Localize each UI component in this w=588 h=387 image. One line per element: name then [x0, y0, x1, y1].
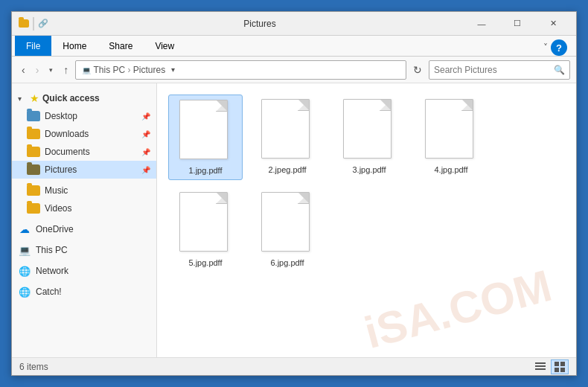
downloads-folder-icon — [27, 128, 40, 140]
svg-rect-5 — [555, 368, 559, 372]
search-input[interactable] — [434, 65, 554, 75]
ribbon-expand-button[interactable]: ˅ — [540, 39, 551, 56]
title-bar-folder-icon — [18, 18, 30, 30]
sidebar-item-music[interactable]: Music — [12, 182, 156, 199]
sidebar-section-quick-access: ▾ ★ Quick access Desktop 📌 Downloads — [12, 89, 156, 179]
desktop-folder-icon — [27, 110, 40, 122]
file-item-5[interactable]: 5.jpg.pdff — [168, 188, 243, 272]
sidebar-item-catch[interactable]: 🌐 Catch! — [12, 283, 156, 301]
sidebar-section-media: Music Videos — [12, 182, 156, 217]
sidebar-item-documents[interactable]: Documents 📌 — [12, 143, 156, 161]
refresh-button[interactable]: ↻ — [409, 63, 426, 77]
file-icon-3 — [343, 99, 395, 162]
file-icon-6 — [261, 192, 313, 255]
quick-access-chevron: ▾ — [18, 95, 27, 103]
file-name-2: 2.jpeg.pdff — [268, 165, 306, 174]
file-item-4[interactable]: 4.jpg.pdff — [414, 95, 488, 180]
address-input[interactable]: 💻 This PC › Pictures ▾ — [75, 60, 406, 80]
view-list-button[interactable] — [531, 359, 549, 374]
sidebar-item-onedrive[interactable]: ☁ OneDrive — [12, 220, 156, 238]
forward-button[interactable]: › — [32, 63, 43, 77]
quick-access-header[interactable]: ▾ ★ Quick access — [12, 89, 156, 107]
view-buttons — [531, 359, 569, 374]
network-icon: 🌐 — [18, 265, 31, 277]
minimize-button[interactable]: — — [464, 13, 499, 34]
recent-button[interactable]: ▾ — [45, 65, 57, 75]
sidebar-item-thispc[interactable]: 💻 This PC — [12, 241, 156, 259]
documents-label: Documents — [45, 147, 137, 157]
sidebar-item-network[interactable]: 🌐 Network — [12, 262, 156, 280]
sidebar: ▾ ★ Quick access Desktop 📌 Downloads — [12, 83, 157, 357]
breadcrumb-sep1: › — [128, 65, 133, 75]
item-count: 6 items — [19, 362, 48, 372]
network-label: Network — [36, 266, 150, 276]
file-item-1[interactable]: 1.jpg.pdff — [168, 95, 243, 180]
tab-file[interactable]: File — [15, 36, 51, 56]
pictures-pin-icon: 📌 — [141, 166, 150, 174]
ribbon-help-area: ˅ ? — [540, 39, 573, 56]
pictures-label: Pictures — [45, 164, 137, 175]
desktop-pin-icon: 📌 — [141, 112, 150, 121]
svg-rect-0 — [535, 362, 546, 364]
file-item-6[interactable]: 6.jpg.pdff — [250, 188, 325, 272]
file-icon-4 — [425, 99, 477, 162]
videos-folder-icon — [27, 202, 40, 214]
folder-icon-small — [19, 19, 29, 28]
svg-rect-1 — [535, 365, 546, 367]
onedrive-icon: ☁ — [18, 223, 31, 235]
file-item-2[interactable]: 2.jpeg.pdff — [250, 95, 325, 180]
file-page-5 — [179, 192, 228, 252]
downloads-pin-icon: 📌 — [141, 130, 150, 138]
sidebar-item-downloads[interactable]: Downloads 📌 — [12, 125, 156, 143]
music-folder-icon — [27, 185, 40, 196]
window-controls: — ☐ ✕ — [464, 13, 570, 34]
view-grid-button[interactable] — [551, 359, 569, 374]
quick-access-label: Quick access — [42, 93, 100, 103]
close-button[interactable]: ✕ — [536, 13, 570, 34]
pictures-folder-icon — [27, 164, 40, 176]
back-button[interactable]: ‹ — [18, 63, 29, 77]
sidebar-item-videos[interactable]: Videos — [12, 199, 156, 217]
quick-access-icon: 🔗 — [37, 18, 49, 30]
address-bar: ‹ › ▾ ↑ 💻 This PC › Pictures ▾ ↻ 🔍 — [12, 57, 576, 83]
file-item-3[interactable]: 3.jpg.pdff — [332, 95, 406, 180]
search-box: 🔍 — [429, 60, 570, 80]
file-name-1: 1.jpg.pdff — [188, 166, 222, 175]
sidebar-item-desktop[interactable]: Desktop 📌 — [12, 107, 156, 125]
help-button[interactable]: ? — [551, 39, 567, 56]
file-icon-1 — [179, 100, 231, 163]
sidebar-section-thispc: 💻 This PC — [12, 241, 156, 259]
file-page-4 — [425, 99, 473, 159]
svg-rect-4 — [560, 362, 565, 366]
breadcrumb-pictures: Pictures — [133, 65, 165, 75]
videos-label: Videos — [45, 203, 150, 214]
sidebar-item-pictures[interactable]: Pictures 📌 — [12, 161, 156, 179]
file-name-5: 5.jpg.pdff — [188, 258, 222, 267]
svg-rect-2 — [535, 368, 546, 370]
file-icon-5 — [179, 192, 231, 255]
tab-home[interactable]: Home — [51, 36, 98, 56]
title-bar-icons: 🔗 — [18, 17, 49, 31]
file-grid: 1.jpg.pdff 2.jpeg.pdff 3.jpg.pdff — [164, 91, 569, 275]
quick-access-star-icon: ★ — [30, 92, 39, 104]
file-icon-2 — [261, 99, 313, 162]
search-icon[interactable]: 🔍 — [554, 65, 565, 75]
maximize-button[interactable]: ☐ — [500, 13, 534, 34]
status-bar: 6 items — [12, 357, 576, 375]
file-page-6 — [261, 192, 310, 252]
tab-share[interactable]: Share — [98, 36, 144, 56]
file-explorer-window: 🔗 Pictures — ☐ ✕ File Home Share View ˅ … — [11, 11, 577, 376]
sidebar-section-network: 🌐 Network — [12, 262, 156, 280]
file-page-2 — [261, 99, 310, 159]
address-dropdown-button[interactable]: ▾ — [168, 65, 178, 74]
music-label: Music — [45, 185, 150, 196]
file-page-3 — [343, 99, 392, 159]
file-area: 1.jpg.pdff 2.jpeg.pdff 3.jpg.pdff — [157, 83, 576, 357]
svg-rect-6 — [560, 368, 565, 372]
window-title: Pictures — [55, 19, 464, 29]
up-button[interactable]: ↑ — [60, 63, 72, 77]
sidebar-section-onedrive: ☁ OneDrive — [12, 220, 156, 238]
downloads-label: Downloads — [45, 129, 137, 139]
tab-view[interactable]: View — [144, 36, 185, 56]
main-area: ▾ ★ Quick access Desktop 📌 Downloads — [12, 83, 576, 357]
